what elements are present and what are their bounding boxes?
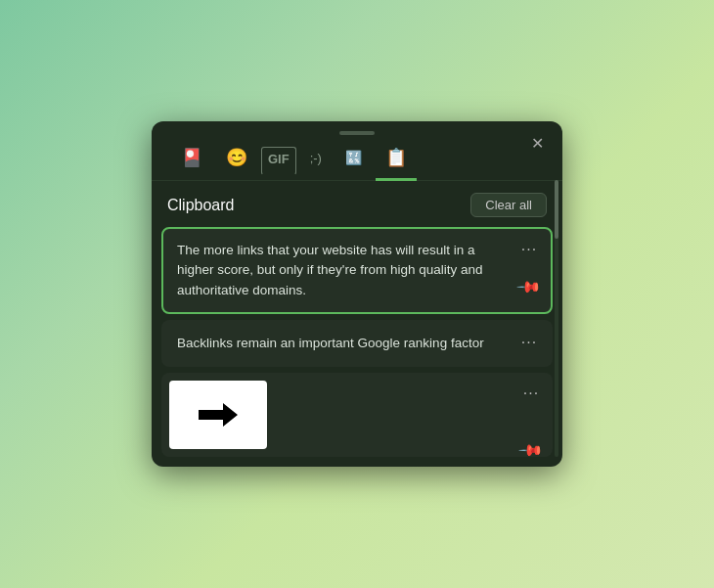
clear-all-button[interactable]: Clear all bbox=[470, 193, 547, 217]
tab-symbols[interactable]: 🔣 bbox=[335, 144, 372, 178]
section-header: Clipboard Clear all bbox=[152, 181, 562, 227]
tab-gif[interactable]: GIF bbox=[261, 147, 296, 175]
clipboard-item[interactable]: Backlinks remain an important Google ran… bbox=[161, 320, 553, 367]
clipboard-text: The more links that your website has wil… bbox=[177, 241, 537, 300]
tab-emoji[interactable]: 😊 bbox=[216, 141, 257, 181]
more-button[interactable]: ··· bbox=[519, 239, 539, 260]
clipboard-panel: ✕ 🎴 😊 GIF ;-) 🔣 📋 Clipboard Clear all Th… bbox=[152, 121, 562, 467]
tabs-bar: 🎴 😊 GIF ;-) 🔣 📋 bbox=[152, 141, 562, 181]
scrollbar[interactable] bbox=[555, 180, 558, 457]
drag-bar bbox=[339, 131, 375, 135]
close-button[interactable]: ✕ bbox=[525, 131, 549, 155]
item-actions: ··· 📌 bbox=[519, 383, 543, 462]
drag-handle[interactable] bbox=[152, 121, 562, 141]
clipboard-item[interactable]: The more links that your website has wil… bbox=[161, 227, 553, 314]
more-button[interactable]: ··· bbox=[519, 332, 539, 353]
clipboard-item-image[interactable]: ··· 📌 bbox=[161, 373, 553, 457]
tab-clipboard[interactable]: 📋 bbox=[376, 141, 417, 181]
section-title: Clipboard bbox=[167, 197, 234, 214]
scrollbar-thumb bbox=[555, 180, 558, 239]
pin-button[interactable]: 📌 bbox=[514, 434, 547, 467]
tab-sticker[interactable]: 🎴 bbox=[171, 141, 212, 181]
image-thumbnail bbox=[169, 381, 267, 449]
clipboard-list: The more links that your website has wil… bbox=[152, 227, 562, 467]
clipboard-text: Backlinks remain an important Google ran… bbox=[177, 334, 537, 353]
item-actions: ··· 📌 bbox=[517, 239, 541, 298]
tab-kaomoji[interactable]: ;-) bbox=[300, 145, 332, 178]
more-button[interactable]: ··· bbox=[521, 383, 541, 404]
arrow-image bbox=[189, 395, 247, 434]
